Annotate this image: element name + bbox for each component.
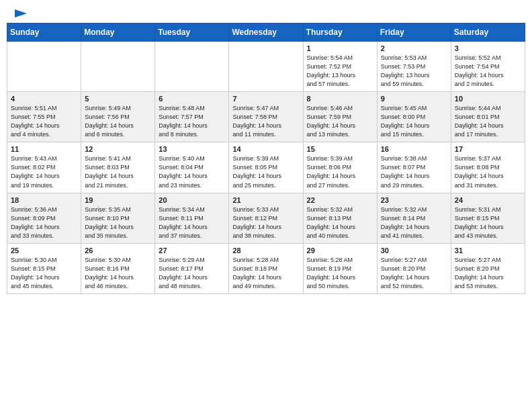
day-cell: 3Sunrise: 5:52 AMSunset: 7:54 PMDaylight…	[451, 42, 525, 92]
day-number: 11	[11, 145, 77, 153]
daylight-minutes: and 13 minutes.	[307, 130, 373, 139]
sunrise-info: Sunrise: 5:52 AM	[455, 54, 521, 62]
day-cell: 5Sunrise: 5:49 AMSunset: 7:56 PMDaylight…	[81, 92, 155, 142]
daylight-minutes: and 31 minutes.	[455, 181, 521, 190]
daylight-hours: Daylight: 14 hours	[455, 172, 521, 181]
sunset-info: Sunset: 8:01 PM	[455, 113, 521, 122]
column-header-friday: Friday	[377, 24, 451, 42]
sunset-info: Sunset: 8:20 PM	[455, 265, 521, 273]
day-number: 31	[455, 246, 521, 255]
day-info: Sunrise: 5:28 AMSunset: 8:18 PMDaylight:…	[232, 256, 299, 291]
sunset-info: Sunset: 7:56 PM	[85, 113, 151, 122]
day-cell: 29Sunrise: 5:28 AMSunset: 8:19 PMDayligh…	[303, 243, 377, 293]
daylight-hours: Daylight: 14 hours	[307, 122, 373, 130]
day-cell: 20Sunrise: 5:34 AMSunset: 8:11 PMDayligh…	[155, 193, 229, 243]
sunrise-info: Sunrise: 5:36 AM	[11, 205, 77, 214]
day-info: Sunrise: 5:34 AMSunset: 8:11 PMDaylight:…	[159, 205, 225, 240]
day-number: 6	[159, 95, 225, 103]
day-cell	[229, 42, 303, 92]
daylight-hours: Daylight: 14 hours	[455, 122, 521, 130]
daylight-hours: Daylight: 14 hours	[11, 223, 77, 232]
day-info: Sunrise: 5:32 AMSunset: 8:14 PMDaylight:…	[381, 205, 447, 240]
sunset-info: Sunset: 8:09 PM	[11, 214, 77, 223]
daylight-minutes: and 49 minutes.	[232, 282, 299, 291]
day-info: Sunrise: 5:36 AMSunset: 8:09 PMDaylight:…	[11, 205, 77, 240]
sunrise-info: Sunrise: 5:27 AM	[381, 256, 447, 265]
sunrise-info: Sunrise: 5:44 AM	[455, 104, 521, 113]
column-header-monday: Monday	[81, 24, 155, 42]
day-number: 2	[381, 44, 447, 52]
day-info: Sunrise: 5:33 AMSunset: 8:12 PMDaylight:…	[232, 205, 299, 240]
daylight-hours: Daylight: 14 hours	[455, 273, 521, 282]
day-cell: 1Sunrise: 5:54 AMSunset: 7:52 PMDaylight…	[303, 42, 377, 92]
sunrise-info: Sunrise: 5:37 AM	[455, 154, 521, 163]
day-cell: 22Sunrise: 5:32 AMSunset: 8:13 PMDayligh…	[303, 193, 377, 243]
sunset-info: Sunset: 8:05 PM	[232, 163, 299, 172]
day-number: 1	[307, 44, 373, 52]
day-info: Sunrise: 5:40 AMSunset: 8:04 PMDaylight:…	[159, 154, 225, 189]
sunset-info: Sunset: 8:18 PM	[232, 265, 299, 273]
day-cell: 4Sunrise: 5:51 AMSunset: 7:55 PMDaylight…	[7, 92, 81, 142]
daylight-minutes: and 21 minutes.	[85, 181, 151, 190]
day-number: 13	[159, 145, 225, 153]
daylight-minutes: and 4 minutes.	[11, 130, 77, 139]
day-info: Sunrise: 5:27 AMSunset: 8:20 PMDaylight:…	[455, 256, 521, 291]
daylight-minutes: and 48 minutes.	[159, 282, 225, 291]
daylight-hours: Daylight: 14 hours	[232, 122, 299, 130]
day-cell: 25Sunrise: 5:30 AMSunset: 8:15 PMDayligh…	[7, 243, 81, 293]
daylight-minutes: and 2 minutes.	[455, 80, 521, 89]
sunrise-info: Sunrise: 5:30 AM	[11, 256, 77, 265]
day-cell	[81, 42, 155, 92]
day-cell: 17Sunrise: 5:37 AMSunset: 8:08 PMDayligh…	[451, 142, 525, 193]
day-cell: 19Sunrise: 5:35 AMSunset: 8:10 PMDayligh…	[81, 193, 155, 243]
daylight-hours: Daylight: 14 hours	[85, 122, 151, 130]
daylight-minutes: and 19 minutes.	[11, 181, 77, 190]
sunset-info: Sunset: 8:13 PM	[307, 214, 373, 223]
sunset-info: Sunset: 8:07 PM	[381, 163, 447, 172]
day-cell: 21Sunrise: 5:33 AMSunset: 8:12 PMDayligh…	[229, 193, 303, 243]
logo	[12, 11, 28, 17]
daylight-minutes: and 37 minutes.	[159, 232, 225, 240]
daylight-hours: Daylight: 14 hours	[232, 172, 299, 181]
daylight-minutes: and 29 minutes.	[381, 181, 447, 190]
day-cell: 9Sunrise: 5:45 AMSunset: 8:00 PMDaylight…	[377, 92, 451, 142]
sunset-info: Sunset: 8:06 PM	[307, 163, 373, 172]
sunrise-info: Sunrise: 5:48 AM	[159, 104, 225, 113]
daylight-minutes: and 46 minutes.	[85, 282, 151, 291]
sunset-info: Sunset: 8:12 PM	[232, 214, 299, 223]
logo-flag-icon	[13, 8, 28, 20]
sunrise-info: Sunrise: 5:29 AM	[159, 256, 225, 265]
day-number: 17	[455, 145, 521, 153]
daylight-minutes: and 17 minutes.	[455, 130, 521, 139]
daylight-hours: Daylight: 14 hours	[85, 273, 151, 282]
sunset-info: Sunset: 8:08 PM	[455, 163, 521, 172]
day-cell	[7, 42, 81, 92]
daylight-minutes: and 35 minutes.	[85, 232, 151, 240]
day-cell: 14Sunrise: 5:39 AMSunset: 8:05 PMDayligh…	[229, 142, 303, 193]
day-info: Sunrise: 5:27 AMSunset: 8:20 PMDaylight:…	[381, 256, 447, 291]
daylight-hours: Daylight: 14 hours	[232, 273, 299, 282]
daylight-hours: Daylight: 14 hours	[381, 122, 447, 130]
day-cell: 7Sunrise: 5:47 AMSunset: 7:58 PMDaylight…	[229, 92, 303, 142]
sunset-info: Sunset: 8:00 PM	[381, 113, 447, 122]
day-cell: 13Sunrise: 5:40 AMSunset: 8:04 PMDayligh…	[155, 142, 229, 193]
daylight-hours: Daylight: 14 hours	[455, 71, 521, 80]
sunrise-info: Sunrise: 5:53 AM	[381, 54, 447, 62]
sunrise-info: Sunrise: 5:49 AM	[85, 104, 151, 113]
day-cell: 2Sunrise: 5:53 AMSunset: 7:53 PMDaylight…	[377, 42, 451, 92]
day-number: 9	[381, 95, 447, 103]
sunset-info: Sunset: 8:14 PM	[381, 214, 447, 223]
day-number: 10	[455, 95, 521, 103]
day-info: Sunrise: 5:53 AMSunset: 7:53 PMDaylight:…	[381, 54, 447, 89]
sunset-info: Sunset: 8:15 PM	[11, 265, 77, 273]
daylight-minutes: and 6 minutes.	[85, 130, 151, 139]
calendar-table: SundayMondayTuesdayWednesdayThursdayFrid…	[7, 23, 525, 294]
day-info: Sunrise: 5:43 AMSunset: 8:02 PMDaylight:…	[11, 154, 77, 189]
daylight-minutes: and 57 minutes.	[307, 80, 373, 89]
day-number: 5	[85, 95, 151, 103]
sunrise-info: Sunrise: 5:34 AM	[159, 205, 225, 214]
sunrise-info: Sunrise: 5:33 AM	[232, 205, 299, 214]
sunrise-info: Sunrise: 5:41 AM	[85, 154, 151, 163]
day-cell: 8Sunrise: 5:46 AMSunset: 7:59 PMDaylight…	[303, 92, 377, 142]
daylight-hours: Daylight: 14 hours	[232, 223, 299, 232]
